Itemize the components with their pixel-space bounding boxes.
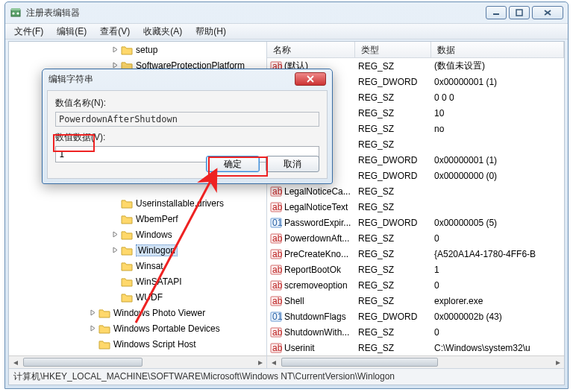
- value-icon: ab: [270, 264, 282, 276]
- value-type: REG_SZ: [355, 108, 431, 118]
- tree-label: Userinstallable.drivers: [136, 198, 224, 209]
- tree-item[interactable]: Windows Photo Viewer: [9, 305, 266, 320]
- status-path: 计算机\HKEY_LOCAL_MACHINE\SOFTWARE\Microsof…: [13, 370, 395, 383]
- col-data[interactable]: 数据: [431, 42, 564, 57]
- scroll-left-icon[interactable]: ◂: [267, 356, 280, 369]
- list-row[interactable]: abPreCreateKno...REG_SZ{A520A1A4-1780-4F…: [267, 246, 564, 262]
- value-type: REG_SZ: [355, 280, 431, 291]
- folder-icon: [121, 292, 133, 303]
- svg-line-6: [545, 10, 551, 15]
- list-row[interactable]: abPowerdownAft...REG_SZ0: [267, 230, 564, 246]
- list-row[interactable]: abLegalNoticeCa...REG_SZ: [267, 183, 564, 199]
- tree-item[interactable]: Winsat: [9, 258, 266, 274]
- titlebar[interactable]: 注册表编辑器: [5, 2, 568, 23]
- folder-icon: [98, 323, 110, 334]
- minimize-button[interactable]: [486, 6, 507, 19]
- svg-text:011: 011: [272, 218, 282, 228]
- value-icon: ab: [270, 342, 282, 354]
- value-data: explorer.exe: [431, 296, 564, 306]
- tree-label: WinSATAPI: [136, 276, 182, 287]
- expand-icon[interactable]: [110, 230, 119, 239]
- value-data: 10: [431, 108, 564, 118]
- list-hscroll[interactable]: ◂ ▸: [267, 355, 564, 368]
- list-row[interactable]: abShellREG_SZexplorer.exe: [267, 293, 564, 309]
- folder-icon: [121, 276, 133, 287]
- dialog-close-button[interactable]: [295, 72, 326, 86]
- tree-item[interactable]: WUDF: [9, 289, 266, 305]
- tree-item[interactable]: Userinstallable.drivers: [9, 195, 266, 211]
- value-type: REG_SZ: [355, 233, 431, 244]
- menu-edit[interactable]: 编辑(E): [51, 24, 93, 39]
- tree-item[interactable]: Windows Portable Devices: [9, 320, 266, 336]
- value-icon: 011: [270, 311, 282, 323]
- value-icon: 011: [270, 217, 282, 229]
- scroll-left-icon[interactable]: ◂: [9, 356, 22, 369]
- folder-icon: [98, 308, 110, 318]
- value-type: REG_SZ: [355, 343, 431, 353]
- value-name-field[interactable]: [55, 112, 319, 127]
- list-row[interactable]: abShutdownWith...REG_SZ0: [267, 324, 564, 340]
- value-type: REG_SZ: [355, 139, 431, 150]
- menu-view[interactable]: 查看(V): [94, 24, 136, 39]
- col-type[interactable]: 类型: [355, 42, 431, 57]
- tree-label: Windows Photo Viewer: [113, 308, 205, 318]
- cancel-button[interactable]: 取消: [266, 156, 319, 172]
- dialog-titlebar[interactable]: 编辑字符串: [43, 69, 332, 89]
- value-type: REG_DWORD: [355, 77, 431, 87]
- value-name: LegalNoticeCa...: [284, 186, 351, 197]
- edit-string-dialog[interactable]: 编辑字符串 数值名称(N): 数值数据(V): 确定 取消: [42, 69, 333, 184]
- svg-text:ab: ab: [272, 343, 282, 353]
- col-name[interactable]: 名称: [267, 42, 355, 57]
- expand-icon[interactable]: [110, 45, 119, 54]
- tree-item[interactable]: Winlogon: [9, 242, 266, 258]
- list-row[interactable]: 011ShutdownFlagsREG_DWORD0x0000002b (43): [267, 309, 564, 324]
- tree-item[interactable]: Windows Script Host: [9, 336, 266, 352]
- list-row[interactable]: 011PasswordExpir...REG_DWORD0x00000005 (…: [267, 215, 564, 230]
- value-data: 0x00000000 (0): [431, 171, 564, 181]
- menu-file[interactable]: 文件(F): [8, 24, 49, 39]
- value-data: C:\Windows\system32\u: [431, 343, 564, 353]
- folder-icon: [121, 261, 133, 271]
- list-row[interactable]: abUserinitREG_SZC:\Windows\system32\u: [267, 340, 564, 355]
- ok-button[interactable]: 确定: [206, 156, 260, 172]
- svg-text:ab: ab: [272, 233, 282, 244]
- list-header[interactable]: 名称 类型 数据: [267, 42, 564, 58]
- svg-text:011: 011: [272, 312, 282, 322]
- value-name: PreCreateKno...: [284, 249, 348, 259]
- tree-item[interactable]: setup: [9, 42, 266, 57]
- scroll-right-icon[interactable]: ▸: [254, 356, 266, 369]
- value-data: 0x00000005 (5): [431, 218, 564, 228]
- value-name: PowerdownAft...: [284, 233, 349, 244]
- list-row[interactable]: abReportBootOkREG_SZ1: [267, 262, 564, 277]
- tree-label: Windows Portable Devices: [113, 323, 220, 334]
- expand-icon[interactable]: [110, 246, 119, 255]
- tree-hscroll[interactable]: ◂ ▸: [9, 355, 266, 368]
- menu-favorites[interactable]: 收藏夹(A): [137, 24, 188, 39]
- expand-icon[interactable]: [88, 309, 97, 317]
- tree-item[interactable]: WinSATAPI: [9, 274, 266, 289]
- tree-label: Winsat: [136, 261, 163, 271]
- tree-item[interactable]: WbemPerf: [9, 211, 266, 227]
- svg-line-7: [545, 10, 551, 15]
- value-icon: ab: [270, 186, 282, 197]
- svg-text:ab: ab: [272, 327, 282, 338]
- svg-text:ab: ab: [272, 186, 282, 197]
- value-data: 0: [431, 280, 564, 291]
- scroll-right-icon[interactable]: ▸: [551, 356, 564, 369]
- folder-icon: [121, 230, 133, 240]
- tree-label: Winlogon: [136, 244, 178, 256]
- menu-help[interactable]: 帮助(H): [190, 24, 232, 39]
- expand-icon[interactable]: [88, 324, 97, 333]
- dialog-title: 编辑字符串: [48, 73, 295, 86]
- value-type: REG_SZ: [355, 186, 431, 197]
- list-row[interactable]: abscremoveoptionREG_SZ0: [267, 277, 564, 293]
- svg-rect-5: [516, 10, 522, 16]
- close-button[interactable]: [532, 6, 563, 19]
- list-row[interactable]: abLegalNoticeTextREG_SZ: [267, 199, 564, 215]
- maximize-button[interactable]: [509, 6, 530, 19]
- value-name: Userinit: [284, 343, 315, 353]
- tree-item[interactable]: Windows: [9, 227, 266, 242]
- value-name: ReportBootOk: [284, 265, 341, 275]
- svg-text:ab: ab: [272, 265, 282, 275]
- value-type: REG_SZ: [355, 249, 431, 259]
